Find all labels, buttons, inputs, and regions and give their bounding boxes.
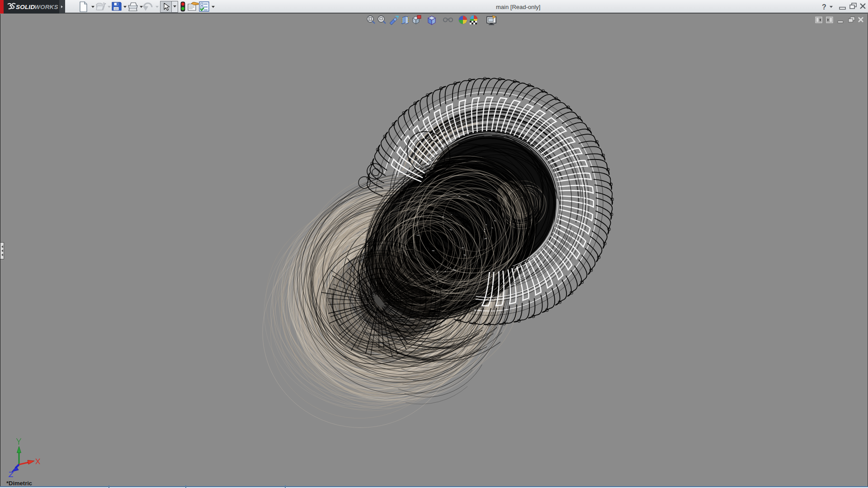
svg-text:SOLID: SOLID	[16, 4, 35, 10]
svg-text:?: ?	[822, 3, 826, 11]
svg-text:WORKS: WORKS	[34, 4, 58, 10]
